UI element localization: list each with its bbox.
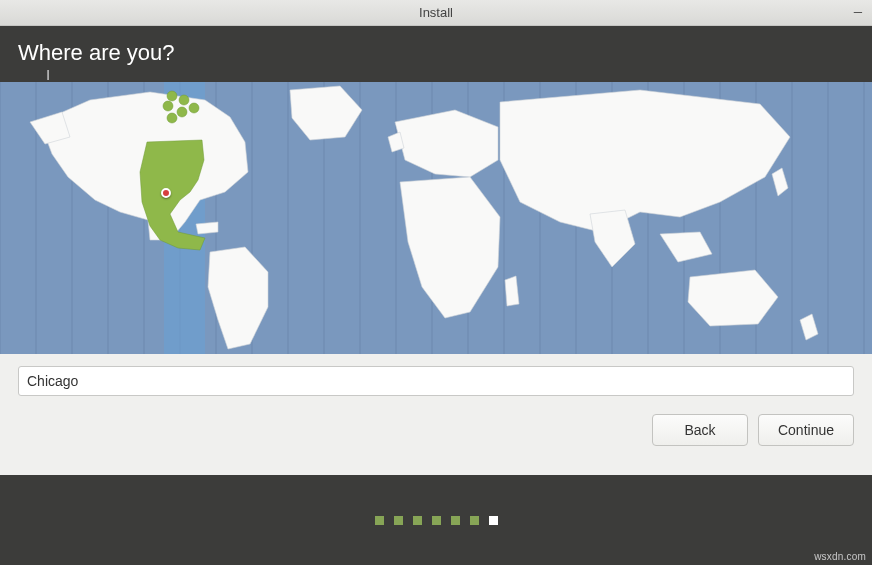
timezone-input[interactable] [18, 366, 854, 396]
timezone-form [0, 354, 872, 410]
progress-footer [0, 475, 872, 565]
back-button[interactable]: Back [652, 414, 748, 446]
window-title: Install [419, 5, 453, 20]
progress-dot [375, 516, 384, 525]
progress-dot [451, 516, 460, 525]
progress-dot [432, 516, 441, 525]
timezone-map[interactable] [0, 82, 872, 354]
step-header: Where are you? [0, 26, 872, 82]
window-titlebar: Install – [0, 0, 872, 26]
progress-dot [394, 516, 403, 525]
minimize-icon[interactable]: – [854, 6, 862, 16]
location-pin-icon [161, 188, 171, 198]
world-landmass [0, 82, 872, 354]
continue-button[interactable]: Continue [758, 414, 854, 446]
progress-dot [470, 516, 479, 525]
wizard-buttons: Back Continue [0, 410, 872, 462]
progress-dot-active [489, 516, 498, 525]
page-title: Where are you? [18, 40, 854, 66]
progress-dot [413, 516, 422, 525]
watermark: wsxdn.com [814, 551, 866, 562]
